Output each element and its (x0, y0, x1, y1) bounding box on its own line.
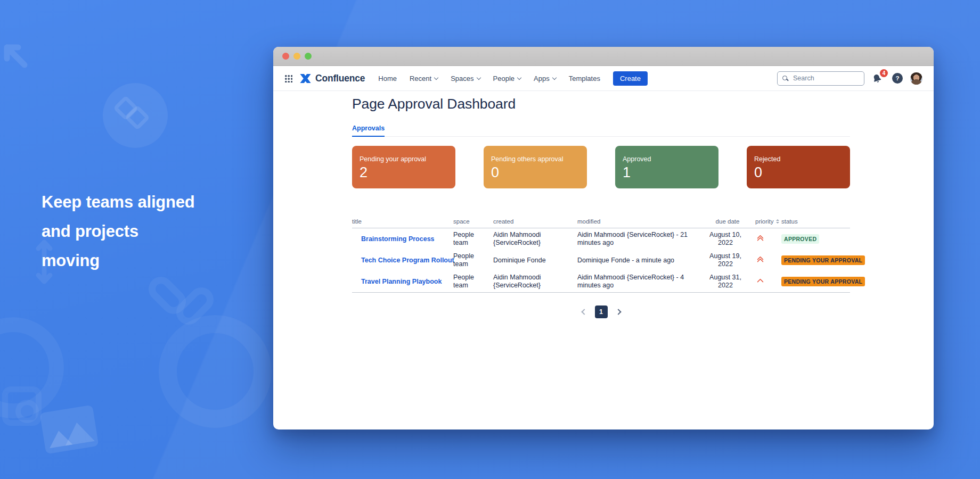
chevron-down-icon (552, 75, 556, 79)
approvals-table: title space created modified due date pr… (352, 218, 850, 293)
status-badge: PENDING YOUR APPROVAL (781, 255, 865, 265)
user-avatar[interactable] (910, 72, 922, 85)
chevron-down-icon (517, 75, 521, 79)
priority-highest-icon (751, 257, 779, 264)
overlapping-squares-icon (103, 83, 168, 148)
created-cell: Dominique Fonde (493, 255, 577, 266)
chevron-down-icon (434, 75, 438, 79)
close-window-button[interactable] (282, 53, 289, 60)
nav-label: Recent (410, 75, 431, 82)
zoom-window-button[interactable] (305, 53, 312, 60)
notification-count-badge: 4 (880, 69, 888, 77)
ring-decoration (159, 315, 272, 428)
space-cell: People team (453, 229, 493, 249)
stat-value: 1 (623, 164, 711, 181)
arrow-up-left-icon (1, 42, 30, 72)
column-header-space: space (453, 218, 493, 225)
table-row: Brainstorming Process People team Aidin … (352, 228, 850, 250)
stat-value: 2 (360, 164, 448, 181)
created-cell: Aidin Mahmoodi {ServiceRocket} (493, 229, 577, 249)
lock-icon (2, 386, 42, 426)
nav-item-people[interactable]: People (493, 75, 521, 82)
prev-page-button[interactable] (581, 309, 587, 315)
stat-card-rejected: Rejected 0 (747, 146, 850, 188)
confluence-logo[interactable]: Confluence (299, 73, 365, 84)
stat-cards: Pending your approval 2 Pending others a… (352, 146, 850, 188)
column-header-label: priority (755, 218, 774, 225)
nav-label: People (493, 75, 514, 82)
space-cell: People team (453, 272, 493, 291)
column-header-due-date: due date (704, 218, 751, 225)
status-badge: APPROVED (781, 234, 819, 244)
stat-label: Rejected (754, 155, 843, 163)
column-header-priority[interactable]: priority (751, 218, 779, 225)
table-row: Travel Planning Playbook People team Aid… (352, 271, 850, 292)
stat-value: 0 (491, 164, 579, 181)
minimize-window-button[interactable] (293, 53, 300, 60)
app-switcher-icon[interactable] (284, 75, 292, 82)
confluence-navbar: Confluence Home Recent Spaces People App… (273, 66, 934, 91)
column-header-created: created (493, 218, 577, 225)
page-link[interactable]: Travel Planning Playbook (361, 278, 442, 285)
page-link[interactable]: Tech Choice Program Rollout (361, 257, 454, 264)
table-row: Tech Choice Program Rollout People team … (352, 250, 850, 271)
modified-cell: Aidin Mahmoodi {ServiceRocket} - 21 minu… (577, 229, 704, 249)
main-navigation: Home Recent Spaces People Apps Templates (378, 75, 600, 82)
search-input[interactable] (778, 75, 864, 82)
column-header-status: status (779, 218, 850, 225)
nav-label: Home (378, 75, 397, 82)
page-content: Page Approval Dashboard Approvals Pendin… (273, 95, 934, 318)
stat-card-approved: Approved 1 (615, 146, 718, 188)
search-icon (782, 76, 787, 80)
nav-item-spaces[interactable]: Spaces (451, 75, 480, 82)
priority-highest-icon (751, 236, 779, 243)
page-link[interactable]: Brainstorming Process (361, 235, 435, 243)
app-window: Confluence Home Recent Spaces People App… (273, 47, 934, 430)
navbar-right: 4 ? (777, 71, 922, 86)
column-header-title: title (352, 218, 453, 225)
stat-card-pending-others-approval: Pending others approval 0 (484, 146, 587, 188)
current-page-button[interactable]: 1 (595, 305, 608, 318)
nav-label: Templates (569, 75, 600, 82)
page-title: Page Approval Dashboard (352, 95, 850, 112)
confluence-logo-icon (299, 73, 312, 84)
priority-high-icon (751, 279, 779, 284)
notifications-button[interactable]: 4 (872, 72, 885, 85)
next-page-button[interactable] (615, 309, 621, 315)
photo-icon (40, 405, 99, 455)
stat-value: 0 (754, 164, 843, 181)
help-button[interactable]: ? (892, 73, 903, 84)
tab-approvals[interactable]: Approvals (352, 125, 385, 137)
chevron-down-icon (476, 75, 480, 79)
ring-decoration (0, 317, 64, 418)
nav-label: Spaces (451, 75, 473, 82)
window-titlebar[interactable] (273, 47, 934, 66)
tab-bar: Approvals (352, 125, 850, 137)
headline-line: Keep teams aligned (42, 187, 195, 217)
due-date-cell: August 19, 2022 (704, 252, 751, 268)
space-cell: People team (453, 251, 493, 270)
stat-label: Approved (623, 155, 711, 163)
chain-link-icon (143, 272, 228, 336)
column-header-modified: modified (577, 218, 704, 225)
status-badge: PENDING YOUR APPROVAL (781, 277, 865, 286)
due-date-cell: August 31, 2022 (704, 274, 751, 290)
table-body: Brainstorming Process People team Aidin … (352, 228, 850, 293)
nav-item-apps[interactable]: Apps (534, 75, 556, 82)
nav-item-templates[interactable]: Templates (569, 75, 600, 82)
stat-card-pending-your-approval: Pending your approval 2 (352, 146, 455, 188)
headline-line: and projects (42, 217, 195, 246)
nav-item-recent[interactable]: Recent (410, 75, 438, 82)
nav-item-home[interactable]: Home (378, 75, 397, 82)
marketing-headline: Keep teams aligned and projects moving (42, 187, 195, 275)
stat-label: Pending others approval (491, 155, 579, 163)
logo-text: Confluence (315, 73, 365, 84)
stat-label: Pending your approval (360, 155, 448, 163)
pagination: 1 (352, 305, 850, 318)
search-box[interactable] (777, 71, 864, 86)
created-cell: Aidin Mahmoodi {ServiceRocket} (493, 272, 577, 291)
modified-cell: Aidin Mahmoodi {ServiceRocket} - 4 minut… (577, 272, 704, 291)
nav-label: Apps (534, 75, 550, 82)
due-date-cell: August 10, 2022 (704, 231, 751, 247)
create-button[interactable]: Create (613, 71, 648, 86)
